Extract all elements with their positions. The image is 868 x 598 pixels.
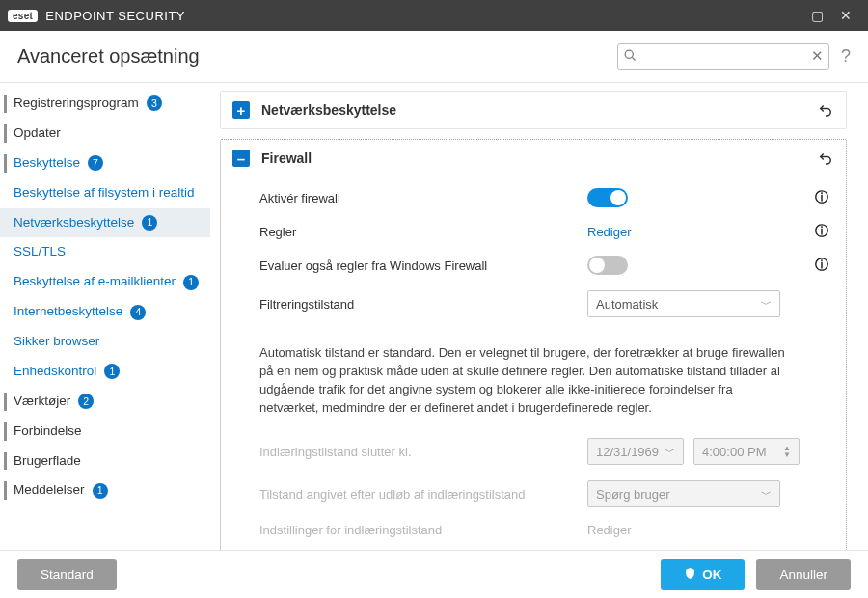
search-input[interactable] xyxy=(617,43,829,70)
date-learning-end: 12/31/1969 ﹀ xyxy=(587,438,684,465)
expand-icon: + xyxy=(232,101,250,119)
chevron-down-icon: ﹀ xyxy=(665,445,675,459)
sidebar-item-label: Internetbeskyttelse xyxy=(14,304,122,320)
date-value: 12/31/1969 xyxy=(596,445,659,459)
row-filtering-mode: Filtreringstilstand Automatisk ﹀ xyxy=(259,283,828,325)
info-icon[interactable]: ⓘ xyxy=(805,257,828,274)
sidebar-item-label: Beskyttelse af e-mailklienter xyxy=(14,274,176,290)
sidebar-item-realtime[interactable]: Beskyttelse af filsystem i realtid xyxy=(0,178,210,208)
row-enable-firewall: Aktivér firewall ⓘ xyxy=(259,180,828,215)
ok-button[interactable]: OK xyxy=(661,559,745,590)
sidebar-item-secure-browser[interactable]: Sikker browser xyxy=(0,327,210,357)
window-titlebar: eset ENDPOINT SECURITY ▢ ✕ xyxy=(0,0,868,31)
sidebar-item-label: Beskyttelse af filsystem i realtid xyxy=(14,185,195,202)
search-icon xyxy=(623,48,637,66)
sidebar-item-detection[interactable]: Registreringsprogram 3 xyxy=(0,89,210,119)
section-title: Firewall xyxy=(261,150,312,166)
sidebar-item-label: Sikker browser xyxy=(14,334,99,350)
section-network-protection: + Netværksbeskyttelse xyxy=(220,91,847,129)
info-icon[interactable]: ⓘ xyxy=(805,223,828,240)
window-maximize-icon[interactable]: ▢ xyxy=(802,8,831,23)
sidebar-item-web[interactable]: Internetbeskyttelse 4 xyxy=(0,297,210,327)
sidebar-badge: 1 xyxy=(93,483,108,499)
row-learning-end: Indlæringstilstand slutter kl. 12/31/196… xyxy=(259,430,828,473)
sidebar-badge: 7 xyxy=(88,155,103,171)
section-header[interactable]: + Netværksbeskyttelse xyxy=(221,92,846,128)
section-title: Netværksbeskyttelse xyxy=(261,102,396,118)
sidebar-badge: 4 xyxy=(130,305,146,320)
chevron-down-icon: ﹀ xyxy=(761,487,772,502)
sidebar-item-device-control[interactable]: Enhedskontrol 1 xyxy=(0,357,210,387)
row-rules: Regler Rediger ⓘ xyxy=(259,215,828,248)
time-learning-end: 4:00:00 PM ▲▼ xyxy=(693,438,800,465)
main-panel: + Netværksbeskyttelse – Firewall Aktivér xyxy=(210,83,868,550)
section-header[interactable]: – Firewall xyxy=(221,140,846,177)
sidebar-item-label: Opdater xyxy=(14,125,61,142)
chevron-down-icon: ﹀ xyxy=(761,297,772,312)
select-learning-after: Spørg bruger ﹀ xyxy=(587,480,780,507)
label-filtering-mode: Filtreringstilstand xyxy=(259,297,587,312)
row-learning-after: Tilstand angivet efter udløb af indlærin… xyxy=(259,473,828,515)
label-learning-end: Indlæringstilstand slutter kl. xyxy=(259,445,587,459)
sidebar-item-protection[interactable]: Beskyttelse 7 xyxy=(0,149,210,178)
sidebar-item-update[interactable]: Opdater xyxy=(0,119,210,149)
sidebar-badge: 3 xyxy=(147,95,162,111)
clear-search-icon[interactable]: ✕ xyxy=(811,47,824,65)
select-value: Spørg bruger xyxy=(596,487,670,502)
link-edit-rules[interactable]: Rediger xyxy=(587,225,632,239)
shield-icon xyxy=(684,567,696,583)
sidebar-item-connection[interactable]: Forbindelse xyxy=(0,417,210,447)
sidebar-item-label: Netværksbeskyttelse xyxy=(14,215,134,231)
sidebar-item-label: Meddelelser xyxy=(14,482,85,499)
toggle-enable-firewall[interactable] xyxy=(587,188,628,207)
time-value: 4:00:00 PM xyxy=(702,445,767,459)
svg-point-0 xyxy=(625,50,633,58)
sidebar-item-label: Enhedskontrol xyxy=(14,364,96,380)
toggle-winfw[interactable] xyxy=(587,256,628,275)
sidebar-item-network[interactable]: Netværksbeskyttelse 1 xyxy=(0,208,210,238)
collapse-icon: – xyxy=(232,150,250,167)
row-winfw: Evaluer også regler fra Windows Firewall… xyxy=(259,248,828,283)
brand-text: ENDPOINT SECURITY xyxy=(45,9,185,23)
ok-label: OK xyxy=(702,567,721,582)
label-learning-after: Tilstand angivet efter udløb af indlærin… xyxy=(259,487,587,502)
sidebar-item-email[interactable]: Beskyttelse af e-mailklienter 1 xyxy=(0,267,210,297)
label-rules: Regler xyxy=(259,225,587,239)
sidebar-item-ssltls[interactable]: SSL/TLS xyxy=(0,237,210,267)
sidebar-item-tools[interactable]: Værktøjer 2 xyxy=(0,387,210,417)
cancel-button[interactable]: Annuller xyxy=(756,559,851,590)
sidebar-item-label: SSL/TLS xyxy=(14,244,66,260)
filtering-mode-description: Automatisk tilstand er standard. Den er … xyxy=(221,339,809,426)
revert-icon[interactable] xyxy=(817,150,834,167)
footer: Standard OK Annuller xyxy=(0,550,868,598)
select-value: Automatisk xyxy=(596,297,658,312)
label-winfw: Evaluer også regler fra Windows Firewall xyxy=(259,258,587,273)
section-firewall: – Firewall Aktivér firewall ⓘ Regler xyxy=(220,139,847,550)
sidebar-item-ui[interactable]: Brugerflade xyxy=(0,447,210,476)
sidebar-item-notifications[interactable]: Meddelelser 1 xyxy=(0,476,210,505)
info-icon[interactable]: ⓘ xyxy=(805,189,828,206)
row-learning-settings: Indstillinger for indlæringstilstand Red… xyxy=(259,515,828,545)
revert-icon[interactable] xyxy=(817,101,834,119)
search-box: ✕ xyxy=(617,43,829,70)
sidebar-badge: 1 xyxy=(142,215,157,231)
label-enable-firewall: Aktivér firewall xyxy=(259,191,587,205)
sidebar-item-label: Forbindelse xyxy=(14,423,82,440)
window-close-icon[interactable]: ✕ xyxy=(831,8,860,23)
brand-badge: eset xyxy=(8,10,38,22)
sidebar-item-label: Værktøjer xyxy=(14,394,70,410)
time-spinner-icon: ▲▼ xyxy=(783,445,791,458)
svg-line-1 xyxy=(632,57,635,60)
page-title: Avanceret opsætning xyxy=(17,45,200,68)
sidebar-item-label: Brugerflade xyxy=(14,453,81,470)
select-filtering-mode[interactable]: Automatisk ﹀ xyxy=(587,290,780,317)
help-icon[interactable]: ? xyxy=(841,46,851,67)
sidebar-item-label: Registreringsprogram xyxy=(14,95,139,112)
link-learning-settings: Rediger xyxy=(587,523,632,537)
sidebar-badge: 2 xyxy=(78,394,94,409)
default-button[interactable]: Standard xyxy=(17,559,117,590)
label-learning-settings: Indstillinger for indlæringstilstand xyxy=(259,523,587,537)
sidebar-item-label: Beskyttelse xyxy=(14,155,80,172)
sidebar-badge: 1 xyxy=(104,364,120,379)
toolbar: Avanceret opsætning ✕ ? xyxy=(0,31,868,83)
